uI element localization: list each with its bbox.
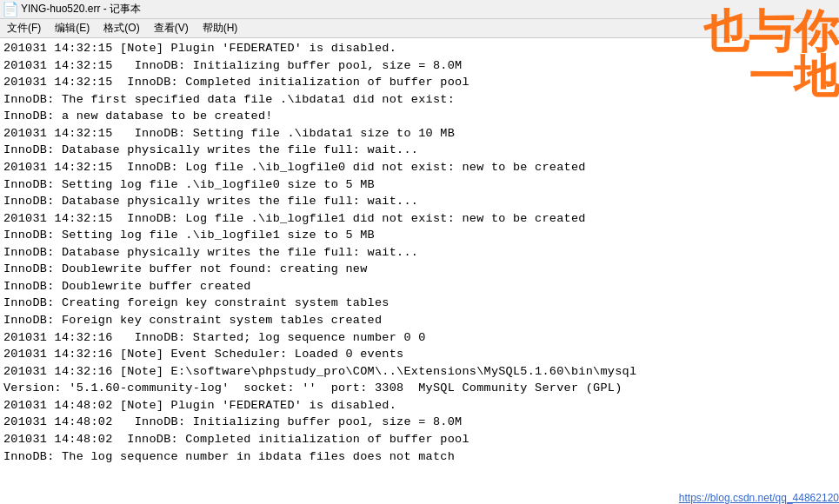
log-content-area: 201031 14:32:15 [Note] Plugin 'FEDERATED… (0, 38, 839, 504)
log-text-block: 201031 14:32:15 [Note] Plugin 'FEDERATED… (3, 40, 836, 465)
watermark-line1: 也与你 (703, 7, 839, 56)
menu-edit[interactable]: 编辑(E) (48, 20, 97, 36)
menu-help[interactable]: 帮助(H) (196, 20, 245, 36)
window-title: YING-huo520.err - 记事本 (21, 2, 141, 17)
menu-format[interactable]: 格式(O) (97, 20, 146, 36)
app-icon: 📄 (3, 3, 17, 17)
bottom-link: https://blog.csdn.net/qq_44862120 (679, 492, 839, 504)
watermark-line2: 一地 (749, 52, 839, 102)
menu-view[interactable]: 查看(V) (147, 20, 196, 36)
menu-file[interactable]: 文件(F) (0, 20, 48, 36)
